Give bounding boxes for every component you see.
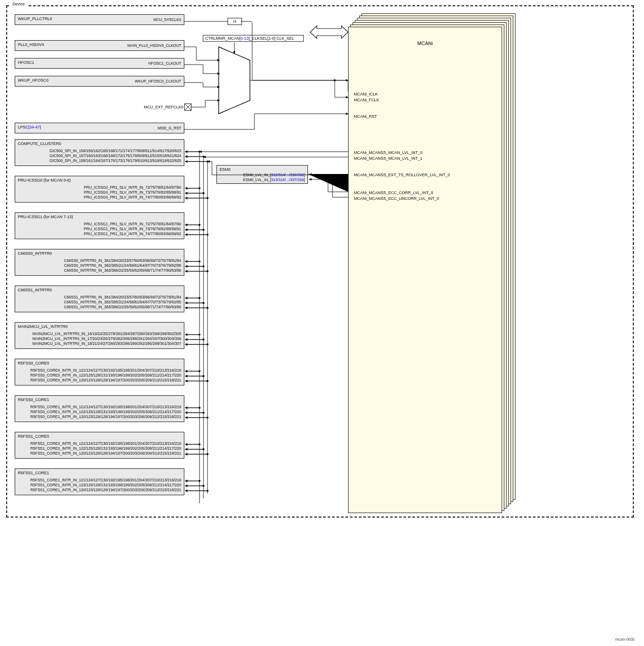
int-block-compute-cluster0: COMPUTE_CLUSTER0GIC500_SPI_IN_156/159/16… bbox=[15, 139, 184, 166]
int-block-r5fss0-core1: R5FSS0_CORE1R5FSS0_CORE1_INTR_IN_121/124… bbox=[15, 395, 184, 422]
mcan-iclk-label: MCANi_ICLK bbox=[354, 92, 378, 96]
block-line-1: R5FSS1_CORE0_INTR_IN_121/124/127/130/192… bbox=[30, 441, 181, 446]
block-line-3: PRU_ICSSG0_PR1_SLV_INTR_IN_74/77/80/83/8… bbox=[84, 195, 181, 199]
block-line-1: R5FSS0_CORE0_INTR_IN_121/124/127/130/192… bbox=[30, 368, 181, 373]
block-line-1: C66SS1_INTRTR0_IN_381/384/20/23/57/60/63… bbox=[64, 295, 181, 299]
block-title: COMPUTE_CLUSTER0 bbox=[18, 141, 61, 146]
block-title: R5FSS1_CORE0 bbox=[18, 434, 49, 439]
block-title: C66SS0_INTRTR0 bbox=[18, 251, 52, 256]
mcan-lvl1-label: MCANi_MCANSS_MCAN_LVL_INT_1 bbox=[354, 156, 422, 161]
block-output: MAIN_PLL0_HSDIV4_CLKOUT bbox=[128, 43, 181, 48]
block-output: HFOSC1_CLKOUT bbox=[148, 61, 181, 66]
int-block-main2mcu-lvl-intrtr0: MAIN2MCU_LVL_INTRTR0MAIN2MCU_LVL_INTRTR0… bbox=[15, 322, 184, 349]
block-line-2: MAIN2MCU_LVL_INTRTR0_IN_17/20/23/26/279/… bbox=[33, 336, 181, 341]
pll0-hsdiv4-block: PLL0_HSDIV4 MAIN_PLL0_HSDIV4_CLKOUT bbox=[15, 40, 184, 51]
int-block-pru-icssg0-for-mcan-0-6-: PRU-ICSSG0 (for MCAN 0-6)PRU_ICSSG0_PR1_… bbox=[15, 176, 184, 203]
block-line-2: R5FSS1_CORE1_INTR_IN_122/125/128/131/193… bbox=[30, 483, 181, 487]
block-output: MCU_SYSCLK0 bbox=[154, 17, 181, 22]
ctrlmmr-label: CTRLMMR_MCAN[0-13]_CLKSEL[1-0] CLK_SEL bbox=[205, 36, 294, 41]
block-line-1: C66SS0_INTRTR0_IN_381/384/20/23/57/60/63… bbox=[64, 258, 181, 263]
block-line-2: PRU_ICSSG1_PR1_SLV_INTR_IN_73/76/79/82/8… bbox=[84, 227, 181, 231]
block-line-1: MAIN2MCU_LVL_INTRTR0_IN_16/19/22/25/278/… bbox=[33, 331, 181, 336]
int-block-c66ss1-intrtr0: C66SS1_INTRTR0C66SS1_INTRTR0_IN_381/384/… bbox=[15, 286, 184, 312]
wkup-hfosc0-block: WKUP_HFOSC0 WKUP_HFOSC0_CLKOUT bbox=[15, 76, 184, 87]
block-title: PRU-ICSSG1 (for MCAN 7-13) bbox=[18, 215, 73, 219]
mcan-stack: MCANi MCANi_ICLK MCANi_FCLK MCANi_RST MC… bbox=[348, 13, 518, 505]
block-line-1: PRU_ICSSG1_PR1_SLV_INTR_IN_72/75/78/81/8… bbox=[84, 222, 181, 226]
esm-line-2: ESM0_LVL_IN_[313/315/.../337/339] bbox=[243, 178, 305, 182]
block-line-1: R5FSS1_CORE1_INTR_IN_121/124/127/130/192… bbox=[30, 478, 181, 482]
block-output: WKUP_HFOSC0_CLKOUT bbox=[135, 79, 181, 83]
block-title: R5FSS0_CORE1 bbox=[18, 398, 49, 402]
int-block-r5fss1-core1: R5FSS1_CORE1R5FSS1_CORE1_INTR_IN_121/124… bbox=[15, 468, 184, 495]
block-title: R5FSS0_CORE0 bbox=[18, 361, 49, 365]
block-line-2: C66SS1_INTRTR0_IN_382/385/21/24/58/61/64… bbox=[64, 300, 181, 304]
int-block-r5fss0-core0: R5FSS0_CORE0R5FSS0_CORE0_INTR_IN_121/124… bbox=[15, 359, 184, 385]
mcan-title: MCANi bbox=[417, 41, 433, 46]
block-line-3: C66SS1_INTRTR0_IN_383/386/22/25/59/62/65… bbox=[64, 305, 181, 309]
block-line-3: GIC500_SPI_IN_158/161/164/167/170/173/17… bbox=[50, 158, 181, 163]
int-block-r5fss1-core0: R5FSS1_CORE0R5FSS1_CORE0_INTR_IN_121/124… bbox=[15, 432, 184, 459]
block-line-2: GIC500_SPI_IN_157/160/163/166/169/172/17… bbox=[50, 153, 181, 158]
block-line-2: PRU_ICSSG0_PR1_SLV_INTR_IN_73/76/79/82/8… bbox=[84, 190, 181, 195]
block-title: WKUP_PLLCTRL0 bbox=[18, 17, 52, 21]
block-line-2: R5FSS0_CORE0_INTR_IN_122/125/128/131/193… bbox=[30, 373, 181, 377]
block-title: R5FSS1_CORE1 bbox=[18, 471, 49, 475]
block-line-1: GIC500_SPI_IN_156/159/162/165/168/171/17… bbox=[50, 149, 181, 153]
block-line-2: R5FSS0_CORE1_INTR_IN_122/125/128/131/193… bbox=[30, 410, 181, 414]
block-line-3: R5FSS0_CORE0_INTR_IN_120/123/126/129/194… bbox=[30, 378, 181, 382]
block-line-1: PRU_ICSSG0_PR1_SLV_INTR_IN_72/75/78/81/8… bbox=[84, 185, 181, 190]
mcu-ext-refclk-pad bbox=[184, 104, 191, 111]
block-line-3: R5FSS0_CORE1_INTR_IN_120/123/126/129/194… bbox=[30, 414, 181, 419]
hfosc1-block: HFOSC1 HFOSC1_CLKOUT bbox=[15, 58, 184, 69]
mcan-eccc-label: MCANi_MCANSS_ECC_CORR_LVL_INT_0 bbox=[354, 190, 433, 195]
lpsc-block: LPSC[34-47] MOD_G_RST bbox=[15, 123, 184, 133]
footer-id: mcan-003c bbox=[615, 637, 635, 642]
device-label: Device bbox=[11, 2, 27, 6]
mcan-fclk-label: MCANi_FCLK bbox=[354, 98, 379, 102]
block-line-2: R5FSS1_CORE0_INTR_IN_122/125/128/131/193… bbox=[30, 446, 181, 451]
mcu-ext-refclk-label: MCU_EXT_REFCLK0 bbox=[141, 105, 183, 109]
block-title: ESM0 bbox=[220, 167, 231, 172]
mcan-rst-label: MCANi_RST bbox=[354, 114, 377, 119]
block-title: PLL0_HSDIV4 bbox=[18, 42, 44, 47]
block-title: PRU-ICSSG0 (for MCAN 0-6) bbox=[18, 178, 71, 182]
block-line-3: MAIN2MCU_LVL_INTRTR0_IN_18/21/24/27/280/… bbox=[33, 341, 181, 346]
mcan-lvl0-label: MCANi_MCANSS_MCAN_LVL_INT_0 bbox=[354, 150, 422, 155]
block-line-3: R5FSS1_CORE0_INTR_IN_120/123/126/129/194… bbox=[30, 451, 181, 456]
block-line-2: C66SS0_INTRTR0_IN_382/385/21/24/58/61/64… bbox=[64, 263, 181, 268]
mcan-ts-label: MCANi_MCANSS_EXT_TS_ROLLOVER_LVL_INT_0 bbox=[354, 173, 450, 177]
mcan-front-sheet: MCANi MCANi_ICLK MCANi_FCLK MCANi_RST MC… bbox=[348, 27, 502, 513]
divider-4: /4 bbox=[228, 18, 242, 25]
block-title: WKUP_HFOSC0 bbox=[18, 78, 49, 83]
block-line-3: R5FSS1_CORE1_INTR_IN_120/123/126/129/194… bbox=[30, 488, 181, 492]
block-line-3: PRU_ICSSG1_PR1_SLV_INTR_IN_74/77/80/83/8… bbox=[84, 232, 181, 236]
block-line-1: R5FSS0_CORE1_INTR_IN_121/124/127/130/192… bbox=[30, 405, 181, 409]
block-line-3: C66SS0_INTRTR0_IN_383/386/22/25/59/62/65… bbox=[64, 268, 181, 273]
block-title: C66SS1_INTRTR0 bbox=[18, 288, 52, 292]
wkup-pllctrl0-block: WKUP_PLLCTRL0 MCU_SYSCLK0 bbox=[15, 14, 184, 25]
int-block-pru-icssg1-for-mcan-7-13-: PRU-ICSSG1 (for MCAN 7-13)PRU_ICSSG1_PR1… bbox=[15, 212, 184, 239]
block-output: MOD_G_RST bbox=[158, 126, 181, 130]
esm0-block: ESM0 ESM0_LVL_IN_[312/314/.../336/338] E… bbox=[216, 165, 308, 184]
block-title: MAIN2MCU_LVL_INTRTR0 bbox=[18, 324, 67, 329]
cbass-label: CBASS0 bbox=[320, 30, 337, 34]
mcan-eccu-label: MCANi_MCANSS_ECC_UNCORR_LVL_INT_0 bbox=[354, 196, 439, 201]
esm-line-1: ESM0_LVL_IN_[312/314/.../336/338] bbox=[243, 173, 305, 177]
block-title: HFOSC1 bbox=[18, 60, 34, 65]
diagram-canvas: Device WKUP_PLLCTRL0 MCU_SYSCLK0 PLL0_HS… bbox=[0, 0, 644, 646]
int-block-c66ss0-intrtr0: C66SS0_INTRTR0C66SS0_INTRTR0_IN_381/384/… bbox=[15, 249, 184, 276]
block-title: LPSC[34-47] bbox=[18, 125, 41, 129]
